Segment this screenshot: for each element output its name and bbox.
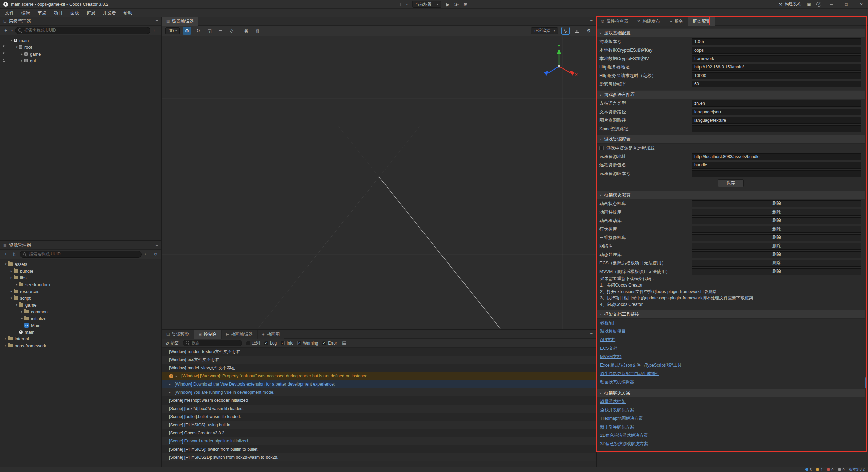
preview-scene-select[interactable]: 当前场景 ▾ [412, 1, 441, 8]
menu-item[interactable]: 面板 [66, 9, 83, 17]
log-row[interactable]: [Scene] meshopt wasm decoder initialized [162, 396, 596, 405]
expand-arrow-icon[interactable]: ▾ [3, 262, 8, 266]
expand-arrow-icon[interactable]: ▸ [20, 310, 24, 313]
log-row[interactable]: [Scene] [PHYSICS]: using builtin. [162, 421, 596, 429]
section-header[interactable]: ∨框架解决方案 [597, 389, 865, 397]
tree-row[interactable]: ▸game [0, 51, 161, 57]
property-input[interactable]: framework [692, 55, 861, 62]
panel-menu-icon[interactable]: ≡ [590, 19, 596, 24]
tab-build-publish[interactable]: ⚒构建发布 [633, 17, 665, 26]
scene-settings-gear-icon[interactable]: ⚙ [585, 27, 593, 35]
tree-row[interactable]: ▸oops-framework [0, 342, 161, 349]
build-publish-button[interactable]: ⚒构建发布 [778, 1, 801, 7]
space-toggle-icon[interactable]: ◍ [253, 27, 261, 35]
section-header[interactable]: ∨框架文档工具链接 [597, 310, 865, 319]
lock-icon[interactable] [3, 60, 5, 62]
tree-row[interactable]: ▸resources [0, 288, 161, 295]
menu-item[interactable]: 文件 [1, 9, 18, 17]
delete-module-button[interactable]: 删除 [692, 251, 861, 258]
panel-menu-icon[interactable]: ≡ [155, 242, 161, 248]
expand-arrow-icon[interactable]: ▾ [9, 39, 14, 42]
filter-icon[interactable]: ≔ [153, 28, 159, 33]
expand-arrow-icon[interactable]: ▾ [14, 45, 19, 49]
log-row[interactable]: [Scene] [box2d]:box2d wasm lib loaded. [162, 405, 596, 413]
tab-animation-graph[interactable]: ◈动画图 [258, 330, 285, 339]
maximize-button[interactable]: □ [842, 2, 851, 7]
expand-arrow-icon[interactable]: ▸ [9, 290, 14, 293]
section-header[interactable]: ∨游戏基础配置 [597, 28, 865, 37]
delete-module-button[interactable]: 删除 [692, 226, 861, 233]
view-gizmo[interactable]: Y X [539, 44, 578, 83]
refresh-icon[interactable]: ↻ [153, 252, 159, 257]
tab-animation-editor[interactable]: ▶动画编辑器 [222, 330, 258, 339]
expand-icon[interactable]: ▸ [169, 382, 172, 386]
expand-icon[interactable]: ▸ [169, 391, 172, 394]
filter-log-checkbox[interactable]: Log [264, 341, 277, 346]
expand-arrow-icon[interactable]: ▸ [20, 52, 24, 56]
tree-row[interactable]: ▸seedrandom [0, 281, 161, 288]
log-row[interactable]: [Scene] Forward render pipeline initiali… [162, 437, 596, 445]
tree-row[interactable]: ▾main [0, 37, 161, 44]
doc-link[interactable]: Excel格式转Json文件与TypeScript代码工具 [600, 362, 682, 368]
mode-3d-toggle[interactable]: 3D▾ [165, 27, 180, 34]
clear-console-button[interactable]: ⊘清空 [165, 340, 179, 346]
tab-asset-preview[interactable]: ▤资源预览 [162, 330, 194, 339]
menu-item[interactable]: 扩展 [83, 9, 99, 17]
tree-row[interactable]: Main [0, 322, 161, 329]
delete-module-button[interactable]: 删除 [692, 234, 861, 241]
property-input[interactable]: 1.0.5 [692, 38, 861, 45]
console-search-input[interactable]: 搜索 [183, 340, 242, 346]
move-tool-icon[interactable]: ⊕ [183, 27, 191, 35]
filter-warning-checkbox[interactable]: Warning [297, 341, 318, 346]
property-input[interactable]: zh,en [692, 100, 861, 107]
play-button[interactable]: ▶ [446, 2, 450, 7]
expand-arrow-icon[interactable]: ▸ [14, 283, 19, 286]
delete-module-button[interactable]: 删除 [692, 217, 861, 224]
menu-item[interactable]: 开发者 [99, 9, 120, 17]
gizmo-tool-icon[interactable]: ◇ [228, 27, 236, 35]
menu-item[interactable]: 节点 [34, 9, 50, 17]
tab-console[interactable]: ▣控制台 [194, 330, 221, 339]
menu-item[interactable]: 项目 [50, 9, 66, 17]
scrollbar-thumb[interactable] [865, 377, 867, 389]
rect-tool-icon[interactable]: ▭ [216, 27, 224, 35]
tree-row[interactable]: ▾root [0, 44, 161, 51]
section-header[interactable]: ∨游戏多语言配置 [597, 90, 865, 99]
assets-search-input[interactable]: 搜索名称或 UUID [20, 251, 142, 258]
step-button[interactable]: ≫ [454, 2, 459, 7]
expand-arrow-icon[interactable]: ▸ [3, 344, 8, 347]
property-input[interactable]: http://localhost:8083/assets/bundle [692, 153, 861, 160]
collapse-all-icon[interactable]: ≔ [144, 252, 150, 257]
doc-link[interactable]: 动画状态机编辑器 [600, 379, 634, 385]
expand-arrow-icon[interactable]: ▾ [14, 303, 19, 307]
doc-link[interactable]: 2D角色扮演游戏解决方案 [600, 433, 648, 438]
filter-error-checkbox[interactable]: Error [322, 341, 337, 346]
add-asset-button[interactable]: + [3, 252, 9, 257]
property-input[interactable] [692, 170, 861, 177]
property-input[interactable]: http://192.168.0.150/main/ [692, 64, 861, 71]
lock-icon[interactable] [3, 53, 5, 55]
property-input[interactable] [692, 125, 861, 132]
property-input[interactable]: 10000 [692, 72, 861, 79]
filter-info-checkbox[interactable]: Info [281, 341, 293, 346]
property-input[interactable]: oops [692, 47, 861, 54]
tree-row[interactable]: ▾game [0, 301, 161, 308]
log-row[interactable]: [Window] ecs文件夹不存在 [162, 356, 596, 364]
doc-link[interactable]: 原生包热更新配置自动生成插件 [600, 371, 659, 377]
doc-link[interactable]: 战棋游戏框架 [600, 399, 626, 405]
log-row[interactable]: [Window] model_view文件夹不存在 [162, 364, 596, 372]
add-node-button[interactable]: + [3, 28, 9, 33]
rotate-tool-icon[interactable]: ↻ [194, 27, 202, 35]
expand-arrow-icon[interactable]: ▸ [9, 269, 14, 273]
log-row[interactable]: [Window] render_texture文件夹不存在 [162, 348, 596, 356]
tree-row[interactable]: ▸bundle [0, 268, 161, 274]
expand-arrow-icon[interactable]: ▸ [3, 337, 8, 340]
doc-link[interactable]: ECS文档 [600, 346, 617, 351]
doc-link[interactable]: 3D角色扮演游戏解决方案 [600, 441, 648, 447]
error-count-badge[interactable]: 0 [827, 468, 833, 472]
tab-scene-editor[interactable]: ▦ 场景编辑器 [162, 17, 198, 26]
expand-icon[interactable]: ▸ [176, 374, 179, 378]
warning-count-badge[interactable]: 1 [816, 468, 823, 472]
property-input[interactable]: language/json [692, 109, 861, 115]
property-input[interactable]: bundle [692, 162, 861, 169]
